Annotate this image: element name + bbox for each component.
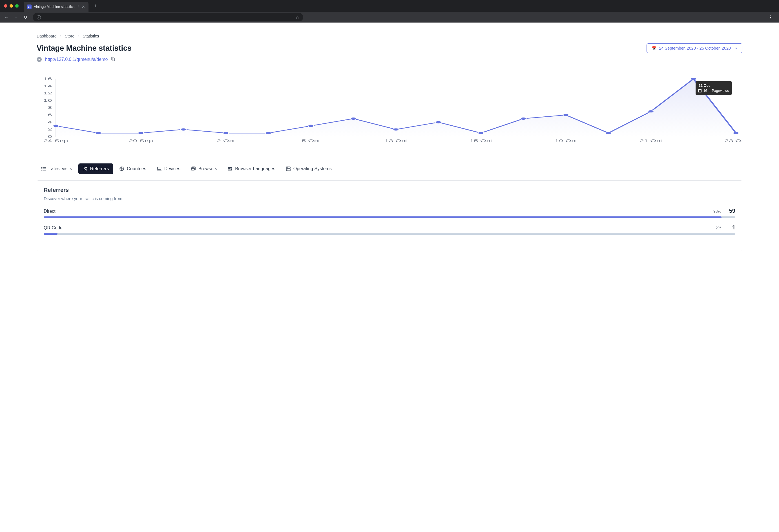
copy-icon[interactable] bbox=[111, 57, 115, 62]
back-button[interactable]: ← bbox=[4, 15, 9, 20]
svg-rect-0 bbox=[28, 6, 29, 6]
svg-text:13 Oct: 13 Oct bbox=[385, 139, 408, 142]
panel-title: Referrers bbox=[44, 187, 735, 193]
svg-point-32 bbox=[435, 121, 441, 123]
panel-subtitle: Discover where your traffic is coming fr… bbox=[44, 196, 735, 201]
chart-tooltip: 22 Oct 16 - Pageviews bbox=[696, 81, 732, 95]
breadcrumb-statistics: Statistics bbox=[82, 34, 99, 38]
chevron-right-icon: › bbox=[78, 34, 79, 38]
stats-tabs: Latest visits Referrers Countries Device… bbox=[37, 164, 742, 174]
svg-text:8: 8 bbox=[48, 106, 52, 110]
shuffle-icon bbox=[83, 167, 87, 171]
tab-title: Vintage Machine statistics - Ez bbox=[34, 5, 79, 9]
svg-point-37 bbox=[648, 110, 654, 113]
svg-rect-47 bbox=[158, 167, 161, 170]
tab-countries[interactable]: Countries bbox=[115, 164, 151, 174]
store-url-row: http://127.0.0.1/qrmenu/s/demo bbox=[37, 57, 742, 62]
svg-point-42 bbox=[42, 169, 42, 169]
laptop-icon bbox=[157, 167, 162, 171]
svg-text:2: 2 bbox=[48, 128, 52, 131]
browser-tab[interactable]: Vintage Machine statistics - Ez ✕ bbox=[24, 2, 88, 12]
tab-browsers[interactable]: Browsers bbox=[187, 164, 222, 174]
date-range-button[interactable]: 📅 24 September, 2020 - 25 October, 2020 … bbox=[647, 43, 742, 53]
referrer-pct: 98% bbox=[713, 209, 721, 214]
referrer-bar bbox=[44, 217, 735, 218]
svg-text:14: 14 bbox=[43, 84, 52, 88]
browser-chrome: Vintage Machine statistics - Ez ✕ + ← → … bbox=[0, 0, 779, 22]
address-bar-row: ← → ⟳ i ☆ ⋮ bbox=[0, 12, 779, 22]
list-icon bbox=[41, 167, 46, 171]
calendar-icon: 📅 bbox=[651, 46, 656, 50]
browser-menu-button[interactable]: ⋮ bbox=[766, 15, 775, 20]
maximize-window-button[interactable] bbox=[15, 4, 18, 8]
svg-text:24 Sep: 24 Sep bbox=[44, 139, 68, 142]
svg-text:10: 10 bbox=[43, 99, 52, 102]
svg-rect-1 bbox=[29, 6, 31, 6]
forward-button[interactable]: → bbox=[13, 15, 18, 20]
tooltip-value: 16 bbox=[703, 89, 707, 93]
referrer-name: Direct bbox=[44, 209, 713, 214]
referrer-count: 59 bbox=[727, 208, 735, 214]
new-tab-button[interactable]: + bbox=[91, 3, 101, 9]
tab-devices[interactable]: Devices bbox=[153, 164, 185, 174]
referrers-panel: Referrers Discover where your traffic is… bbox=[37, 180, 742, 251]
svg-point-39 bbox=[733, 132, 739, 134]
close-window-button[interactable] bbox=[4, 4, 7, 8]
svg-point-24 bbox=[96, 132, 101, 134]
chart-svg: 024681012141624 Sep29 Sep2 Oct5 Oct13 Oc… bbox=[37, 76, 742, 144]
tab-bar: Vintage Machine statistics - Ez ✕ + bbox=[0, 0, 779, 12]
svg-point-54 bbox=[287, 170, 288, 170]
svg-text:4: 4 bbox=[48, 120, 52, 124]
svg-point-40 bbox=[42, 167, 42, 168]
breadcrumb-store[interactable]: Store bbox=[65, 34, 75, 38]
tab-operating-systems[interactable]: Operating Systems bbox=[282, 164, 336, 174]
tab-label: Devices bbox=[164, 166, 180, 171]
pageviews-chart: 024681012141624 Sep29 Sep2 Oct5 Oct13 Oc… bbox=[37, 76, 742, 150]
page-content: Dashboard › Store › Statistics Vintage M… bbox=[0, 22, 779, 262]
store-url-link[interactable]: http://127.0.0.1/qrmenu/s/demo bbox=[45, 57, 108, 62]
window-controls bbox=[4, 4, 18, 8]
referrer-row: Direct98%59 bbox=[44, 208, 735, 218]
close-tab-button[interactable]: ✕ bbox=[82, 4, 85, 9]
tab-label: Browsers bbox=[198, 166, 217, 171]
tab-latest-visits[interactable]: Latest visits bbox=[37, 164, 77, 174]
svg-point-38 bbox=[691, 78, 696, 80]
svg-point-33 bbox=[478, 132, 484, 134]
svg-point-36 bbox=[606, 132, 611, 134]
breadcrumb-dashboard[interactable]: Dashboard bbox=[37, 34, 57, 38]
svg-point-23 bbox=[53, 125, 59, 127]
referrer-row: QR Code2%1 bbox=[44, 224, 735, 235]
svg-point-30 bbox=[351, 117, 356, 120]
favicon-icon bbox=[27, 4, 32, 9]
minimize-window-button[interactable] bbox=[10, 4, 13, 8]
page-header: Vintage Machine statistics 📅 24 Septembe… bbox=[37, 43, 742, 53]
svg-point-31 bbox=[393, 128, 399, 131]
svg-point-35 bbox=[563, 114, 569, 116]
svg-text:5 Oct: 5 Oct bbox=[302, 139, 320, 142]
svg-text:16: 16 bbox=[43, 77, 52, 80]
svg-rect-41 bbox=[43, 167, 46, 168]
tab-browser-languages[interactable]: A文 Browser Languages bbox=[223, 164, 280, 174]
caret-down-icon: ▼ bbox=[735, 47, 737, 50]
svg-point-26 bbox=[180, 128, 186, 131]
svg-point-25 bbox=[138, 132, 144, 134]
bookmark-star-icon[interactable]: ☆ bbox=[295, 15, 299, 20]
referrer-name: QR Code bbox=[44, 225, 716, 231]
tab-label: Operating Systems bbox=[293, 166, 332, 171]
site-info-icon[interactable]: i bbox=[37, 15, 41, 19]
svg-point-28 bbox=[265, 132, 271, 134]
svg-rect-48 bbox=[191, 168, 194, 170]
svg-text:6: 6 bbox=[48, 113, 52, 117]
svg-text:15 Oct: 15 Oct bbox=[470, 139, 492, 142]
tab-label: Browser Languages bbox=[235, 166, 275, 171]
tab-referrers[interactable]: Referrers bbox=[78, 164, 114, 174]
svg-text:21 Oct: 21 Oct bbox=[640, 139, 662, 142]
svg-rect-2 bbox=[28, 7, 29, 8]
referrer-bar bbox=[44, 233, 735, 235]
reload-button[interactable]: ⟳ bbox=[23, 15, 28, 20]
svg-point-27 bbox=[223, 132, 229, 134]
play-circle-icon[interactable] bbox=[37, 57, 42, 62]
address-bar[interactable]: i ☆ bbox=[33, 13, 303, 21]
svg-point-29 bbox=[308, 125, 314, 127]
language-icon: A文 bbox=[228, 167, 232, 171]
